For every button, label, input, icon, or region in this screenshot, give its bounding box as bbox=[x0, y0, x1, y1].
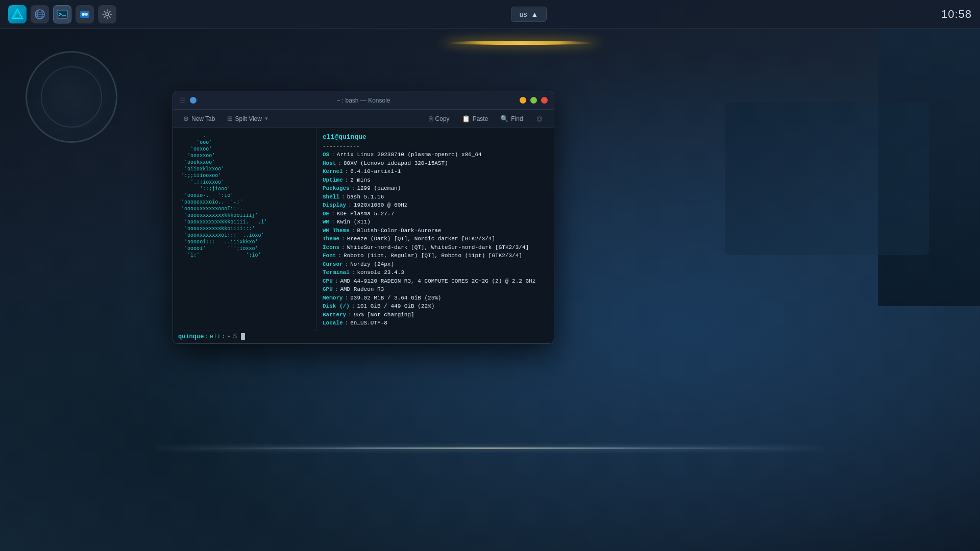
artix-logo-icon bbox=[11, 8, 23, 20]
cpu-val: AMD A4-9120 RADEON R3, 4 COMPUTE CORES 2… bbox=[340, 277, 535, 286]
memory-val: 939.02 MiB / 3.64 GiB (25%) bbox=[350, 294, 441, 303]
terminal-content: . 'ooo' 'ooxoo' 'ooxxxoo' 'oookxxoo' 'oi… bbox=[173, 128, 554, 331]
svg-point-12 bbox=[106, 13, 109, 16]
neofetch-de: DE : KDE Plasma 5.27.7 bbox=[323, 210, 548, 218]
find-button[interactable]: 🔍 Find bbox=[495, 113, 528, 124]
de-key: DE bbox=[323, 210, 329, 218]
neofetch-font: Font : Roboto (11pt, Regular) [QT], Robo… bbox=[323, 252, 548, 260]
neofetch-display: Display : 980x551 @ 60Hz bbox=[323, 201, 548, 210]
prompt-colon1: : bbox=[205, 333, 208, 340]
paste-button[interactable]: 📋 Paste bbox=[457, 113, 494, 124]
terminal-window: ☰ ~ : bash — Konsole ⊕ New Tab ⊞ Split V… bbox=[173, 91, 554, 344]
neofetch-theme: Theme : Breeze (Dark) [QT], Nordic-darke… bbox=[323, 235, 548, 243]
font-val: Roboto (11pt, Regular) [QT], Roboto (11p… bbox=[344, 252, 522, 260]
bg-lights-bottom bbox=[153, 447, 827, 449]
prompt-dollar-sign: $ bbox=[233, 333, 237, 340]
neofetch-packages: Packages : 1299 (pacman) bbox=[323, 184, 548, 193]
wm-theme-key: WM Theme bbox=[323, 227, 350, 235]
terminal-info-panel: eli@quinque ----------- OS : Artix Linux… bbox=[316, 128, 554, 331]
terminal-titlebar: ☰ ~ : bash — Konsole bbox=[173, 91, 554, 110]
more-options-button[interactable]: ☺ bbox=[530, 112, 549, 126]
terminal-prompt-area[interactable]: quinque : eli : ~ $ bbox=[173, 331, 554, 343]
os-val: Artix Linux 20230710 (plasma-openrc) x86… bbox=[337, 151, 482, 159]
prompt-dir: eli bbox=[210, 333, 221, 340]
wm-key: WM bbox=[323, 218, 329, 227]
neofetch-cpu: CPU : AMD A4-9120 RADEON R3, 4 COMPUTE C… bbox=[323, 277, 548, 286]
gpu-key: GPU bbox=[323, 285, 333, 294]
disk-val: 101 GiB / 449 GiB (22%) bbox=[357, 302, 434, 311]
app-icon-finder[interactable] bbox=[76, 5, 94, 23]
uptime-key: Uptime bbox=[323, 176, 343, 185]
taskbar-center: us ▲ bbox=[116, 7, 941, 22]
window-dot-blue[interactable] bbox=[190, 97, 197, 104]
cpu-key: CPU bbox=[323, 277, 333, 286]
maximize-button[interactable] bbox=[530, 97, 537, 104]
new-tab-label: New Tab bbox=[191, 115, 215, 122]
terminal-title: ~ : bash — Konsole bbox=[336, 97, 390, 104]
neofetch-shell: Shell : bash 5.1.16 bbox=[323, 193, 548, 202]
clock: 10:58 bbox=[941, 8, 972, 21]
packages-val: 1299 (pacman) bbox=[357, 184, 401, 193]
terminal-ascii-panel: . 'ooo' 'ooxoo' 'ooxxxoo' 'oookxxoo' 'oi… bbox=[173, 128, 316, 331]
battery-key: Battery bbox=[323, 311, 346, 319]
new-tab-button[interactable]: ⊕ New Tab bbox=[178, 113, 220, 124]
neofetch-ascii-art: . 'ooo' 'ooxoo' 'ooxxxoo' 'oookxxoo' 'oi… bbox=[178, 132, 311, 258]
minimize-button[interactable] bbox=[520, 97, 526, 104]
uptime-val: 2 mins bbox=[350, 176, 371, 185]
app-icon-terminal[interactable] bbox=[53, 5, 71, 23]
terminal-icon bbox=[57, 9, 68, 20]
keyboard-layout-label: us bbox=[520, 10, 527, 18]
theme-val: Breeze (Dark) [QT], Nordic-darker [GTK2/… bbox=[347, 235, 495, 243]
locale-key: Locale bbox=[323, 319, 343, 328]
kernel-val: 6.4.10-artix1-1 bbox=[350, 167, 401, 176]
separator-text: ----------- bbox=[323, 142, 360, 151]
prompt-tilde: ~ bbox=[226, 333, 230, 340]
neofetch-user-host: eli@quinque bbox=[323, 132, 548, 142]
neofetch-os: OS : Artix Linux 20230710 (plasma-openrc… bbox=[323, 151, 548, 159]
split-view-button[interactable]: ⊞ Split View ▼ bbox=[222, 113, 274, 124]
copy-icon: ⎘ bbox=[429, 115, 433, 122]
bg-glow-top bbox=[444, 41, 597, 45]
neofetch-separator: ----------- bbox=[323, 142, 548, 151]
settings-icon bbox=[102, 9, 113, 20]
battery-val: 95% [Not charging] bbox=[354, 311, 414, 319]
sidebar-toggle-icon[interactable]: ☰ bbox=[179, 96, 186, 105]
icons-val: WhiteSur-nord-dark [QT], WhiteSur-nord-d… bbox=[347, 243, 529, 252]
copy-label: Copy bbox=[435, 115, 450, 122]
terminal-key: Terminal bbox=[323, 268, 350, 277]
copy-button[interactable]: ⎘ Copy bbox=[424, 113, 455, 124]
neofetch-wm-theme: WM Theme : Bluish-Color-Dark-Aurorae bbox=[323, 227, 548, 235]
os-key: OS bbox=[323, 151, 329, 159]
prompt-line: quinque : eli : ~ $ bbox=[178, 333, 549, 340]
find-label: Find bbox=[511, 115, 523, 122]
app-icon-browser[interactable] bbox=[31, 5, 49, 23]
neofetch-battery: Battery : 95% [Not charging] bbox=[323, 311, 548, 319]
terminal-cursor bbox=[241, 333, 245, 340]
host-val: 80XV (Lenovo ideapad 320-15AST) bbox=[344, 159, 448, 168]
taskbar: us ▲ 10:58 bbox=[0, 0, 980, 29]
app-icon-settings[interactable] bbox=[98, 5, 116, 23]
split-view-icon: ⊞ bbox=[227, 115, 233, 122]
svg-rect-7 bbox=[57, 10, 67, 18]
keyboard-layout-arrow: ▲ bbox=[531, 10, 538, 18]
icons-key: Icons bbox=[323, 243, 339, 252]
neofetch-wm: WM : KWin (X11) bbox=[323, 218, 548, 227]
new-tab-icon: ⊕ bbox=[183, 115, 189, 122]
app-icon-artix[interactable] bbox=[8, 5, 27, 23]
prompt-username: quinque bbox=[178, 333, 204, 340]
neofetch-disk: Disk (/) : 101 GiB / 449 GiB (22%) bbox=[323, 302, 548, 311]
neofetch-cursor: Cursor : Nordzy (24px) bbox=[323, 260, 548, 269]
close-button[interactable] bbox=[541, 97, 548, 104]
user-host-text: eli@quinque bbox=[323, 132, 366, 142]
finder-icon bbox=[79, 9, 90, 20]
split-view-label: Split View bbox=[235, 115, 261, 122]
terminal-toolbar: ⊕ New Tab ⊞ Split View ▼ ⎘ Copy 📋 Paste … bbox=[173, 110, 554, 128]
terminal-val: konsole 23.4.3 bbox=[357, 268, 404, 277]
kernel-key: Kernel bbox=[323, 167, 343, 176]
paste-label: Paste bbox=[473, 115, 488, 122]
prompt-colon2: : bbox=[222, 333, 225, 340]
font-key: Font bbox=[323, 252, 336, 260]
svg-point-11 bbox=[85, 13, 88, 16]
keyboard-layout-selector[interactable]: us ▲ bbox=[511, 7, 547, 22]
de-val: KDE Plasma 5.27.7 bbox=[337, 210, 394, 218]
